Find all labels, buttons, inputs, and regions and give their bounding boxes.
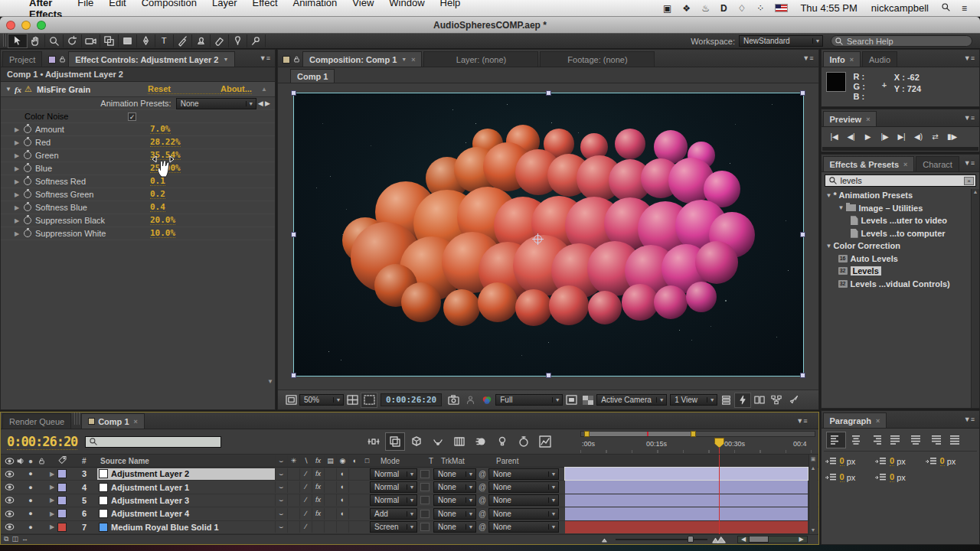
search-help-input[interactable]: Search Help	[831, 35, 972, 47]
scrollbar-thumb[interactable]	[749, 536, 769, 543]
expand-triangle-icon[interactable]: ▶	[47, 471, 57, 478]
timeline-button-icon[interactable]	[718, 393, 733, 407]
work-area-bar[interactable]	[580, 431, 815, 437]
parent-dropdown[interactable]: None▼	[488, 481, 559, 493]
panel-menu-icon[interactable]: ▼≡	[959, 416, 979, 423]
stopwatch-icon[interactable]	[24, 230, 31, 237]
viewer-tab-0[interactable]: Composition: Comp 1▼×	[302, 51, 422, 67]
layer-switch-4[interactable]	[324, 468, 336, 480]
zoom-in-frames-icon[interactable]	[712, 535, 726, 543]
tree-item[interactable]: Levels ...uter to video	[822, 214, 979, 227]
timeline-zoom-slider[interactable]	[616, 539, 707, 540]
scroll-down-icon[interactable]: ▼	[809, 527, 818, 533]
tab-character[interactable]: Charact	[916, 156, 959, 171]
preserve-transparency-toggle[interactable]	[420, 496, 430, 504]
snapshot-icon[interactable]	[446, 393, 461, 407]
property-value[interactable]: 0.2	[150, 190, 165, 199]
expand-triangle-icon[interactable]: ▶	[11, 126, 22, 133]
layer-label-color[interactable]	[57, 496, 67, 505]
expand-triangle-icon[interactable]: ▶	[11, 165, 22, 172]
expand-triangle-icon[interactable]: ▶	[11, 139, 22, 146]
show-snapshot-icon[interactable]	[462, 393, 478, 407]
space-after-value[interactable]: 0	[890, 472, 894, 482]
work-area-end-handle[interactable]	[691, 431, 696, 437]
layer-anchor-crosshair[interactable]	[534, 235, 542, 243]
layer-row[interactable]: ●▶3Adjustment Layer 2⌣∕fx◐Normal▼None▼@N…	[1, 468, 818, 481]
tab-timeline-comp[interactable]: Comp 1×	[81, 413, 145, 429]
pan-behind-tool[interactable]	[100, 34, 119, 47]
clear-search-icon[interactable]: ×	[964, 177, 974, 185]
viewer-tab-2[interactable]: Footage: (none)	[540, 51, 655, 67]
justify-all-button[interactable]	[946, 432, 965, 448]
t-column[interactable]: T	[425, 457, 437, 465]
pin-tool[interactable]	[247, 34, 266, 47]
loop-button[interactable]: ⇄	[927, 130, 944, 142]
d-icon[interactable]: D	[720, 3, 727, 14]
comp-tab[interactable]: Comp 1	[290, 69, 335, 83]
panel-menu-icon[interactable]: ▼≡	[959, 114, 979, 122]
panel-menu-icon[interactable]: ▼≡	[792, 417, 812, 425]
preserve-transparency-toggle[interactable]	[420, 470, 430, 478]
region-of-interest-icon[interactable]	[361, 393, 377, 407]
video-eye-icon[interactable]	[4, 523, 15, 531]
layer-name-cell[interactable]: Adjustment Layer 1	[97, 481, 275, 493]
hide-shy-icon[interactable]	[429, 433, 447, 450]
first-frame-button[interactable]: |◀	[826, 130, 843, 142]
target-region-icon[interactable]	[564, 393, 579, 407]
layer-duration-bar[interactable]	[565, 521, 808, 533]
solo-dot-icon[interactable]: ●	[25, 510, 36, 517]
comp-button-icon[interactable]: ▣	[809, 456, 818, 462]
selection-handle[interactable]	[291, 373, 296, 378]
tab-effect-controls[interactable]: Effect Controls: Adjustment Layer 2▼	[68, 51, 235, 67]
layer-row[interactable]: ●▶5Adjustment Layer 3⌣∕fx◐Normal▼None▼@N…	[1, 494, 818, 507]
layer-switch-1[interactable]	[287, 494, 299, 506]
layer-switch-3[interactable]: fx	[312, 494, 324, 506]
solo-dot-icon[interactable]: ●	[25, 497, 36, 504]
stopwatch-icon[interactable]	[24, 152, 31, 159]
timeline-horizontal-scrollbar[interactable]: ◀ ▶	[737, 536, 808, 543]
rotation-tool[interactable]	[64, 34, 82, 47]
animation-presets-dropdown[interactable]: None ▼	[176, 98, 256, 109]
layer-label-color[interactable]	[57, 469, 67, 478]
layer-switch-5[interactable]: ◐	[336, 481, 348, 493]
effects-search-input[interactable]: levels ×	[825, 174, 976, 187]
auto-keyframe-icon[interactable]	[514, 433, 533, 450]
lock-icon[interactable]	[58, 55, 67, 64]
selection-handle[interactable]	[546, 373, 551, 378]
tree-item[interactable]: 32Levels	[822, 265, 979, 278]
scroll-down-icon[interactable]: ▼	[267, 378, 273, 385]
panel-menu-icon[interactable]: ▼≡	[255, 54, 275, 62]
expand-triangle-icon[interactable]: ▶	[11, 230, 22, 237]
layer-switch-2[interactable]: ∕	[299, 468, 312, 480]
puppet-pin-tool[interactable]	[229, 34, 247, 47]
scroll-left-icon[interactable]: ◀	[738, 536, 749, 543]
magnification-dropdown[interactable]: 50%▼	[299, 394, 344, 406]
exposure-icon[interactable]	[735, 393, 750, 407]
tree-item[interactable]: ▼Image – Utilities	[822, 202, 979, 215]
composition-frame[interactable]	[293, 93, 804, 377]
layer-switch-0[interactable]: ⌣	[275, 508, 287, 520]
effect-header-row[interactable]: ▼ fx ⚠ MisFire Grain Reset About... ▲	[1, 82, 275, 97]
parent-pickwhip-icon[interactable]: @	[476, 510, 488, 518]
layer-switch-5[interactable]: ◐	[336, 508, 348, 520]
layer-duration-bar[interactable]	[565, 481, 808, 493]
comp-mini-flowchart-icon[interactable]	[364, 433, 383, 450]
hand-tool[interactable]	[27, 34, 45, 47]
tab-preview[interactable]: Preview×	[823, 111, 877, 126]
fast-previews-icon[interactable]	[786, 393, 801, 407]
audio-toggle-button[interactable]: ◀)	[910, 130, 927, 142]
parent-pickwhip-icon[interactable]: @	[476, 523, 488, 531]
selection-handle[interactable]	[291, 232, 296, 237]
tree-item[interactable]: ▼* Animation Presets	[822, 189, 979, 202]
timeline-search-input[interactable]	[85, 436, 221, 448]
panel-menu-icon[interactable]: ▼≡	[959, 54, 979, 62]
transparency-grid-icon[interactable]	[580, 393, 596, 407]
layer-switch-3[interactable]: fx	[312, 468, 324, 480]
collapse-triangle-icon[interactable]: ▼	[838, 204, 846, 211]
expand-triangle-icon[interactable]: ▶	[47, 523, 57, 530]
layer-name-cell[interactable]: Adjustment Layer 3	[97, 494, 275, 506]
layer-switch-6[interactable]	[348, 494, 361, 506]
notification-center-icon[interactable]: ≡	[962, 3, 967, 14]
scroll-up-icon[interactable]: ▲	[809, 465, 818, 471]
solo-dot-icon[interactable]: ●	[25, 523, 36, 531]
